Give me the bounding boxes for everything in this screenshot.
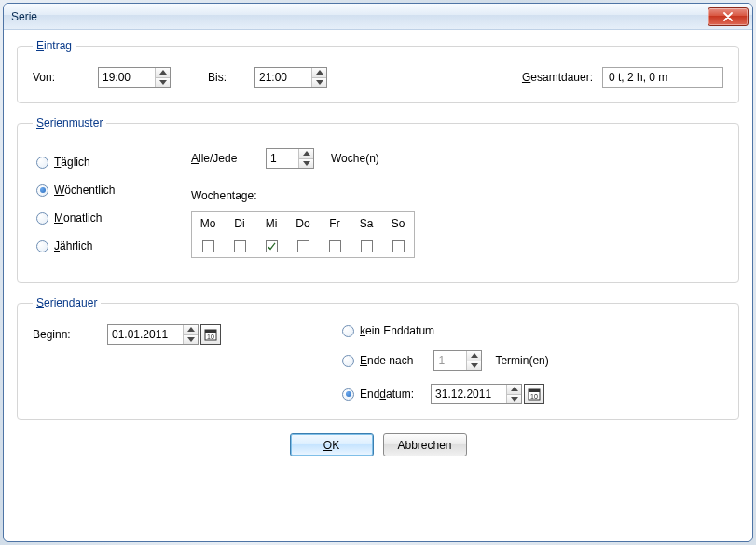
day-header: Sa bbox=[351, 212, 382, 235]
dialog-window: Serie Eintrag Von: Bis: bbox=[3, 3, 753, 542]
radio-jaehrlich[interactable]: Jährlich bbox=[36, 239, 115, 252]
enddatum-calendar-button[interactable]: 10 bbox=[524, 384, 544, 404]
beginn-spinner bbox=[107, 324, 199, 345]
von-spinner-up[interactable] bbox=[156, 68, 170, 78]
von-spinner-down[interactable] bbox=[156, 78, 170, 88]
enddatum-label: Enddatum: bbox=[360, 388, 414, 401]
bis-spinner bbox=[254, 67, 327, 88]
title-bar: Serie bbox=[4, 4, 752, 30]
gesamtdauer-label: Gesamtdauer: bbox=[522, 71, 593, 84]
radio-label-woechentlich: Wöchentlich bbox=[54, 184, 115, 197]
beginn-input[interactable] bbox=[108, 325, 183, 344]
alle-jede-spinner bbox=[266, 148, 314, 169]
day-check-mi[interactable] bbox=[266, 240, 278, 252]
day-header: Fr bbox=[319, 212, 351, 235]
enddatum-up[interactable] bbox=[507, 385, 521, 395]
alle-jede-down[interactable] bbox=[299, 159, 313, 169]
radio-ende-nach[interactable]: Ende nach bbox=[342, 354, 413, 367]
radio-dot bbox=[36, 157, 48, 169]
day-check-di[interactable] bbox=[234, 240, 246, 252]
beginn-up[interactable] bbox=[184, 325, 198, 335]
day-header: Mi bbox=[255, 212, 287, 235]
close-icon bbox=[722, 12, 734, 21]
wochen-label: Woche(n) bbox=[331, 152, 379, 165]
beginn-down[interactable] bbox=[184, 335, 198, 345]
enddatum-down[interactable] bbox=[507, 395, 521, 404]
ok-button[interactable]: OK bbox=[290, 433, 374, 456]
gesamtdauer-output: 0 t, 2 h, 0 m bbox=[602, 67, 723, 88]
radio-dot bbox=[342, 355, 354, 367]
alle-jede-up[interactable] bbox=[299, 149, 313, 159]
alle-jede-input[interactable] bbox=[267, 149, 298, 168]
radio-enddatum[interactable]: Enddatum: bbox=[342, 388, 414, 401]
ende-nach-spinner bbox=[433, 350, 482, 371]
day-header: Do bbox=[287, 212, 319, 235]
day-header: Di bbox=[224, 212, 255, 235]
radio-monatlich[interactable]: Monatlich bbox=[36, 211, 115, 225]
cancel-button[interactable]: Abbrechen bbox=[383, 433, 467, 456]
radio-dot bbox=[36, 240, 48, 252]
radio-dot bbox=[36, 212, 48, 225]
von-spinner bbox=[98, 67, 171, 88]
alle-jede-label: Alle/Jede bbox=[191, 152, 266, 165]
svg-rect-1 bbox=[205, 330, 216, 333]
day-check-fr[interactable] bbox=[329, 240, 341, 252]
button-bar: OK Abbrechen bbox=[17, 433, 739, 456]
bis-spinner-up[interactable] bbox=[312, 68, 326, 78]
radio-kein-enddatum[interactable]: kein Enddatum bbox=[342, 324, 549, 337]
ende-nach-up bbox=[467, 351, 481, 361]
calendar-icon: 10 bbox=[528, 388, 541, 401]
group-seriendauer: Seriendauer Beginn: 10 bbox=[17, 296, 739, 420]
terminen-label: Termin(en) bbox=[495, 354, 548, 367]
day-check-do[interactable] bbox=[297, 240, 309, 252]
group-serienmuster: Serienmuster Täglich Wöchentlich Monatli… bbox=[17, 116, 739, 283]
bis-input[interactable] bbox=[255, 68, 311, 87]
weekdays-header-row: Mo Di Mi Do Fr Sa So bbox=[192, 212, 414, 235]
beginn-label: Beginn: bbox=[33, 328, 107, 341]
bis-label: Bis: bbox=[208, 71, 254, 84]
von-input[interactable] bbox=[99, 68, 155, 87]
radio-label-monatlich: Monatlich bbox=[54, 211, 102, 225]
radio-dot bbox=[36, 184, 48, 197]
day-header: Mo bbox=[192, 212, 224, 235]
ok-button-label: OK bbox=[323, 439, 339, 452]
wochentage-label: Wochentage: bbox=[191, 189, 723, 202]
cancel-button-label: Abbrechen bbox=[397, 439, 451, 452]
radio-dot bbox=[342, 325, 354, 337]
day-check-so[interactable] bbox=[392, 240, 405, 252]
enddatum-input[interactable] bbox=[432, 385, 506, 403]
day-check-mo[interactable] bbox=[202, 240, 214, 252]
ende-nach-down bbox=[467, 361, 481, 371]
svg-text:10: 10 bbox=[530, 393, 538, 400]
ende-nach-label: Ende nach bbox=[360, 354, 413, 367]
legend-seriendauer: Seriendauer bbox=[33, 296, 101, 309]
day-check-sa[interactable] bbox=[361, 240, 373, 252]
weekdays-table: Mo Di Mi Do Fr Sa So bbox=[191, 211, 415, 258]
ende-nach-input bbox=[434, 351, 466, 370]
beginn-calendar-button[interactable]: 10 bbox=[200, 324, 221, 345]
day-header: So bbox=[382, 212, 414, 235]
window-title: Serie bbox=[11, 10, 37, 23]
radio-taeglich[interactable]: Täglich bbox=[36, 156, 115, 169]
radio-label-jaehrlich: Jährlich bbox=[54, 239, 92, 252]
svg-text:10: 10 bbox=[207, 334, 214, 340]
enddatum-spinner bbox=[431, 384, 522, 404]
legend-serienmuster: Serienmuster bbox=[33, 116, 106, 129]
radio-woechentlich[interactable]: Wöchentlich bbox=[36, 184, 115, 197]
legend-eintrag: Eintrag bbox=[33, 39, 76, 52]
kein-enddatum-label: kein Enddatum bbox=[360, 324, 434, 337]
radio-label-taeglich: Täglich bbox=[54, 156, 90, 169]
close-button[interactable] bbox=[708, 7, 749, 26]
group-eintrag: Eintrag Von: Bis: bbox=[17, 39, 739, 103]
radio-dot bbox=[342, 388, 354, 401]
svg-rect-4 bbox=[529, 389, 540, 392]
bis-spinner-down[interactable] bbox=[312, 78, 326, 88]
weekdays-check-row bbox=[192, 235, 414, 257]
calendar-icon: 10 bbox=[204, 328, 217, 341]
von-label: Von: bbox=[33, 71, 98, 84]
